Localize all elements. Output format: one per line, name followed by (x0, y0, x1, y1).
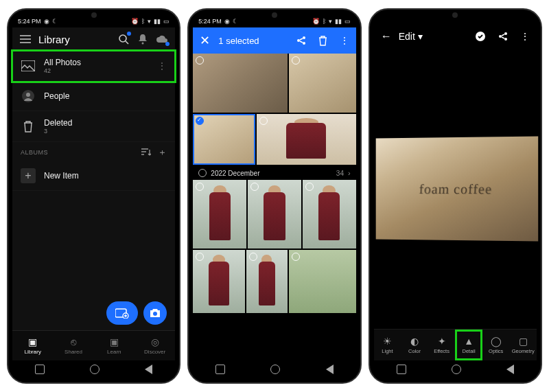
photo-thumb[interactable] (289, 54, 356, 113)
signal-icon: ▮▮ (154, 18, 161, 25)
select-all-icon[interactable] (198, 169, 207, 177)
photo-thumb[interactable] (193, 180, 246, 249)
phone-library: 5:24 PM ◉ ☾ ⏰ ᛒ ▾ ▮▮ ▭ Library (7, 8, 180, 384)
tool-label: Detail (463, 348, 476, 354)
select-ring-icon[interactable] (196, 183, 204, 191)
learn-icon: ▣ (110, 336, 119, 347)
close-icon[interactable]: ✕ (200, 33, 210, 48)
wifi-icon: ▾ (148, 18, 151, 25)
select-check-icon[interactable] (196, 117, 204, 125)
nav-learn[interactable]: ▣ Learn (94, 331, 135, 360)
fab-row (106, 301, 167, 325)
back-icon[interactable]: ← (381, 30, 392, 43)
back-button[interactable] (506, 365, 514, 374)
page-title: Library (38, 34, 110, 45)
home-button[interactable] (90, 365, 100, 374)
photo-thumb[interactable] (248, 180, 301, 249)
photo-thumb[interactable] (257, 114, 356, 165)
menu-icon[interactable] (19, 33, 32, 45)
nav-label: Shared (65, 349, 82, 355)
recents-button[interactable] (35, 365, 45, 374)
row-new-item[interactable]: + New Item (12, 161, 175, 191)
share-icon[interactable] (296, 36, 306, 45)
row-all-photos[interactable]: All Photos 42 ⋮ (12, 51, 175, 82)
tool-geometry[interactable]: ▢ Geometry (509, 330, 537, 360)
selection-count: 1 selected (218, 36, 283, 46)
selection-header: ✕ 1 selected ⋮ (193, 27, 355, 54)
nav-discover[interactable]: ◎ Discover (135, 331, 175, 360)
photo-preview: foam coffee (375, 136, 538, 241)
more-icon[interactable]: ⋮ (520, 31, 530, 42)
svg-point-10 (303, 42, 305, 45)
svg-point-4 (26, 93, 30, 97)
svg-point-9 (297, 39, 300, 42)
trash-icon[interactable] (318, 36, 327, 46)
select-ring-icon[interactable] (196, 56, 204, 65)
svg-point-12 (504, 32, 507, 35)
cloud-icon[interactable] (156, 33, 168, 45)
edit-canvas[interactable]: foam coffee (374, 48, 537, 329)
nav-library[interactable]: ▣ Library (12, 331, 53, 360)
tool-effects[interactable]: ✦ Effects (428, 330, 456, 360)
share-icon[interactable] (498, 32, 508, 41)
more-icon[interactable]: ⋮ (340, 35, 349, 46)
shield-icon: ◉ (224, 18, 230, 25)
home-button[interactable] (270, 365, 280, 374)
recents-button[interactable] (397, 365, 406, 374)
photo-thumb-selected[interactable] (193, 114, 255, 165)
albums-section: ALBUMS ＋ (12, 142, 175, 161)
search-icon[interactable] (117, 33, 130, 45)
nav-shared[interactable]: ⎋ Shared (53, 331, 93, 360)
select-ring-icon[interactable] (292, 253, 300, 261)
status-time: 5:24 PM (198, 18, 222, 25)
select-ring-icon[interactable] (196, 253, 204, 261)
select-ring-icon[interactable] (305, 183, 314, 191)
row-people[interactable]: People (12, 82, 175, 111)
photo-thumb[interactable] (246, 250, 288, 313)
tool-detail[interactable]: ▲ Detail (455, 330, 482, 360)
selection-screen: ✕ 1 selected ⋮ 2022 December (193, 27, 355, 360)
add-icon[interactable]: ＋ (158, 146, 167, 159)
light-icon: ☀ (383, 336, 392, 347)
tool-label: Color (408, 348, 421, 354)
tool-color[interactable]: ◐ Color (401, 330, 428, 360)
camera-fab[interactable] (143, 301, 167, 325)
bluetooth-icon: ᛒ (141, 18, 145, 25)
add-photo-fab[interactable] (106, 301, 138, 325)
home-button[interactable] (452, 365, 461, 374)
edit-header: ← Edit ▾ ⋮ (374, 25, 537, 48)
android-navbar (374, 360, 537, 378)
photo-thumb[interactable] (193, 54, 287, 113)
photo-thumb[interactable] (193, 250, 244, 313)
status-time: 5:24 PM (18, 18, 41, 25)
photo-thumb[interactable] (303, 180, 356, 249)
battery-icon: ▭ (163, 18, 170, 25)
back-button[interactable] (326, 365, 334, 374)
row-text: New Item (44, 171, 167, 181)
row-deleted[interactable]: Deleted 3 (12, 111, 175, 142)
tool-light[interactable]: ☀ Light (374, 330, 401, 360)
wifi-icon: ▾ (329, 18, 332, 25)
row-title: All Photos (44, 58, 149, 67)
select-ring-icon[interactable] (292, 56, 300, 65)
date-section[interactable]: 2022 December 34 › (193, 166, 355, 180)
date-label: 2022 December (211, 170, 259, 177)
photo-grid: 2022 December 34 › (193, 54, 355, 360)
more-icon[interactable]: ⋮ (157, 60, 167, 71)
bluetooth-icon: ᛒ (323, 18, 326, 25)
select-ring-icon[interactable] (259, 117, 268, 125)
select-ring-icon[interactable] (250, 183, 259, 191)
tool-optics[interactable]: ◯ Optics (482, 330, 510, 360)
edit-title[interactable]: Edit ▾ (399, 31, 463, 42)
albums-label: ALBUMS (21, 149, 48, 156)
photo-thumb[interactable] (289, 250, 356, 313)
check-circle-icon[interactable] (475, 31, 486, 42)
chevron-right-icon[interactable]: › (348, 169, 351, 177)
select-ring-icon[interactable] (249, 253, 257, 261)
camera-notch (272, 12, 277, 18)
library-header: Library (12, 27, 175, 51)
recents-button[interactable] (215, 365, 225, 374)
sort-icon[interactable] (141, 148, 151, 157)
back-button[interactable] (145, 365, 152, 374)
bell-icon[interactable] (137, 33, 149, 45)
